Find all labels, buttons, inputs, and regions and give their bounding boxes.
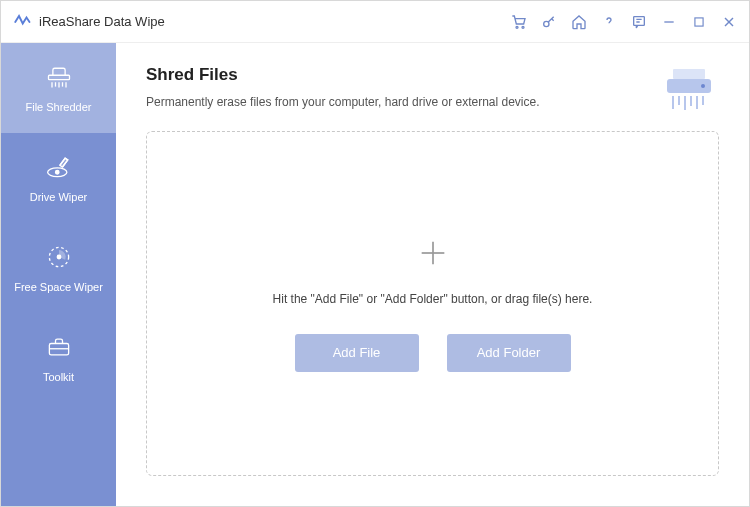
main-content: Shred Files Permanently erase files from… <box>116 43 749 506</box>
file-dropzone[interactable]: Hit the "Add File" or "Add Folder" butto… <box>146 131 719 476</box>
shredder-illustration-icon <box>659 65 719 115</box>
help-icon[interactable] <box>601 14 617 30</box>
cart-icon[interactable] <box>511 14 527 30</box>
drive-wiper-icon <box>45 153 73 181</box>
app-title: iReaShare Data Wipe <box>39 14 165 29</box>
toolkit-icon <box>45 333 73 361</box>
svg-rect-21 <box>673 69 705 79</box>
app-window: iReaShare Data Wipe <box>0 0 750 507</box>
sidebar: File Shredder Drive Wiper Free Space Wip… <box>1 43 116 506</box>
titlebar-left: iReaShare Data Wipe <box>13 13 165 31</box>
sidebar-item-label: Free Space Wiper <box>14 281 103 293</box>
svg-rect-5 <box>695 17 703 25</box>
file-shredder-icon <box>45 63 73 91</box>
button-row: Add File Add Folder <box>295 334 571 372</box>
sidebar-item-label: Toolkit <box>43 371 74 383</box>
add-folder-button[interactable]: Add Folder <box>447 334 571 372</box>
sidebar-item-free-space-wiper[interactable]: Free Space Wiper <box>1 223 116 313</box>
svg-point-1 <box>522 26 524 28</box>
page-title: Shred Files <box>146 65 649 85</box>
svg-rect-8 <box>48 75 69 79</box>
titlebar: iReaShare Data Wipe <box>1 1 749 43</box>
close-icon[interactable] <box>721 14 737 30</box>
titlebar-controls <box>511 14 737 30</box>
page-header: Shred Files Permanently erase files from… <box>146 65 719 115</box>
free-space-wiper-icon <box>45 243 73 271</box>
sidebar-item-file-shredder[interactable]: File Shredder <box>1 43 116 133</box>
sidebar-item-drive-wiper[interactable]: Drive Wiper <box>1 133 116 223</box>
add-file-button[interactable]: Add File <box>295 334 419 372</box>
sidebar-item-label: Drive Wiper <box>30 191 87 203</box>
sidebar-item-toolkit[interactable]: Toolkit <box>1 313 116 403</box>
header-text: Shred Files Permanently erase files from… <box>146 65 649 109</box>
key-icon[interactable] <box>541 14 557 30</box>
body: File Shredder Drive Wiper Free Space Wip… <box>1 43 749 506</box>
feedback-icon[interactable] <box>631 14 647 30</box>
maximize-icon[interactable] <box>691 14 707 30</box>
svg-point-0 <box>516 26 518 28</box>
svg-point-22 <box>701 84 705 88</box>
page-subtitle: Permanently erase files from your comput… <box>146 95 649 109</box>
minimize-icon[interactable] <box>661 14 677 30</box>
svg-rect-3 <box>634 16 645 25</box>
dropzone-hint: Hit the "Add File" or "Add Folder" butto… <box>273 292 593 306</box>
app-logo-icon <box>13 13 31 31</box>
svg-point-17 <box>57 255 61 259</box>
svg-point-15 <box>55 171 59 175</box>
home-icon[interactable] <box>571 14 587 30</box>
svg-point-2 <box>544 21 549 26</box>
plus-icon <box>416 236 450 274</box>
sidebar-item-label: File Shredder <box>25 101 91 113</box>
